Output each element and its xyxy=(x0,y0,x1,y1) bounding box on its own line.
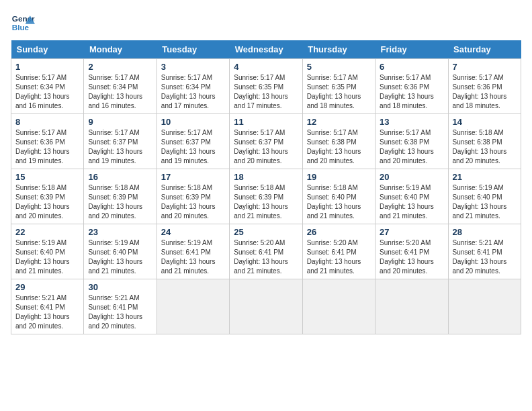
calendar-week-row: 22Sunrise: 5:19 AMSunset: 6:40 PMDayligh… xyxy=(11,224,521,279)
calendar-cell: 7Sunrise: 5:17 AMSunset: 6:36 PMDaylight… xyxy=(448,59,521,114)
cell-details: Sunrise: 5:18 AMSunset: 6:39 PMDaylight:… xyxy=(161,183,225,221)
cell-details: Sunrise: 5:20 AMSunset: 6:41 PMDaylight:… xyxy=(380,238,443,276)
day-number: 6 xyxy=(380,62,443,72)
header: General Blue xyxy=(11,11,521,35)
cell-details: Sunrise: 5:19 AMSunset: 6:40 PMDaylight:… xyxy=(88,238,152,276)
calendar-cell: 28Sunrise: 5:21 AMSunset: 6:41 PMDayligh… xyxy=(448,224,521,279)
header-cell-saturday: Saturday xyxy=(448,40,521,59)
calendar-cell: 13Sunrise: 5:17 AMSunset: 6:38 PMDayligh… xyxy=(375,114,448,169)
calendar-cell: 22Sunrise: 5:19 AMSunset: 6:40 PMDayligh… xyxy=(11,224,84,279)
calendar-cell: 17Sunrise: 5:18 AMSunset: 6:39 PMDayligh… xyxy=(157,169,229,224)
calendar-cell: 2Sunrise: 5:17 AMSunset: 6:34 PMDaylight… xyxy=(84,59,157,114)
cell-details: Sunrise: 5:17 AMSunset: 6:37 PMDaylight:… xyxy=(234,128,298,166)
calendar-cell: 4Sunrise: 5:17 AMSunset: 6:35 PMDaylight… xyxy=(230,59,302,114)
calendar-week-row: 1Sunrise: 5:17 AMSunset: 6:34 PMDaylight… xyxy=(11,59,521,114)
day-number: 20 xyxy=(380,172,443,182)
day-number: 27 xyxy=(380,227,443,237)
day-number: 22 xyxy=(15,227,79,237)
calendar-cell: 26Sunrise: 5:20 AMSunset: 6:41 PMDayligh… xyxy=(302,224,375,279)
calendar-cell xyxy=(302,279,375,334)
cell-details: Sunrise: 5:20 AMSunset: 6:41 PMDaylight:… xyxy=(234,238,298,276)
day-number: 12 xyxy=(307,117,371,127)
calendar-cell: 15Sunrise: 5:18 AMSunset: 6:39 PMDayligh… xyxy=(11,169,84,224)
cell-details: Sunrise: 5:21 AMSunset: 6:41 PMDaylight:… xyxy=(453,238,517,276)
day-number: 1 xyxy=(15,62,79,72)
day-number: 13 xyxy=(380,117,443,127)
day-number: 2 xyxy=(88,62,152,72)
cell-details: Sunrise: 5:17 AMSunset: 6:37 PMDaylight:… xyxy=(88,128,152,166)
day-number: 10 xyxy=(161,117,225,127)
day-number: 19 xyxy=(307,172,371,182)
cell-details: Sunrise: 5:19 AMSunset: 6:41 PMDaylight:… xyxy=(161,238,225,276)
calendar-cell: 1Sunrise: 5:17 AMSunset: 6:34 PMDaylight… xyxy=(11,59,84,114)
day-number: 4 xyxy=(234,62,298,72)
cell-details: Sunrise: 5:18 AMSunset: 6:38 PMDaylight:… xyxy=(453,128,517,166)
calendar-cell: 20Sunrise: 5:19 AMSunset: 6:40 PMDayligh… xyxy=(375,169,448,224)
cell-details: Sunrise: 5:18 AMSunset: 6:39 PMDaylight:… xyxy=(234,183,298,221)
calendar-cell: 29Sunrise: 5:21 AMSunset: 6:41 PMDayligh… xyxy=(11,279,84,334)
header-cell-monday: Monday xyxy=(84,40,157,59)
header-cell-thursday: Thursday xyxy=(302,40,375,59)
calendar-cell: 5Sunrise: 5:17 AMSunset: 6:35 PMDaylight… xyxy=(302,59,375,114)
calendar-cell: 12Sunrise: 5:17 AMSunset: 6:38 PMDayligh… xyxy=(302,114,375,169)
cell-details: Sunrise: 5:17 AMSunset: 6:36 PMDaylight:… xyxy=(15,128,79,166)
cell-details: Sunrise: 5:17 AMSunset: 6:35 PMDaylight:… xyxy=(234,73,298,111)
cell-details: Sunrise: 5:17 AMSunset: 6:34 PMDaylight:… xyxy=(161,73,225,111)
cell-details: Sunrise: 5:17 AMSunset: 6:38 PMDaylight:… xyxy=(380,128,443,166)
cell-details: Sunrise: 5:17 AMSunset: 6:36 PMDaylight:… xyxy=(380,73,443,111)
day-number: 30 xyxy=(88,282,152,292)
cell-details: Sunrise: 5:17 AMSunset: 6:34 PMDaylight:… xyxy=(88,73,152,111)
day-number: 24 xyxy=(161,227,225,237)
calendar-cell xyxy=(375,279,448,334)
calendar-cell: 3Sunrise: 5:17 AMSunset: 6:34 PMDaylight… xyxy=(157,59,229,114)
day-number: 29 xyxy=(15,282,79,292)
calendar-cell: 23Sunrise: 5:19 AMSunset: 6:40 PMDayligh… xyxy=(84,224,157,279)
day-number: 8 xyxy=(15,117,79,127)
cell-details: Sunrise: 5:18 AMSunset: 6:40 PMDaylight:… xyxy=(307,183,371,221)
cell-details: Sunrise: 5:17 AMSunset: 6:36 PMDaylight:… xyxy=(453,73,517,111)
day-number: 18 xyxy=(234,172,298,182)
day-number: 7 xyxy=(453,62,517,72)
day-number: 11 xyxy=(234,117,298,127)
cell-details: Sunrise: 5:17 AMSunset: 6:37 PMDaylight:… xyxy=(161,128,225,166)
day-number: 15 xyxy=(15,172,79,182)
day-number: 9 xyxy=(88,117,152,127)
cell-details: Sunrise: 5:19 AMSunset: 6:40 PMDaylight:… xyxy=(15,238,79,276)
day-number: 26 xyxy=(307,227,371,237)
calendar-cell: 25Sunrise: 5:20 AMSunset: 6:41 PMDayligh… xyxy=(230,224,302,279)
day-number: 17 xyxy=(161,172,225,182)
day-number: 25 xyxy=(234,227,298,237)
calendar-cell xyxy=(157,279,229,334)
header-cell-wednesday: Wednesday xyxy=(230,40,302,59)
calendar-week-row: 15Sunrise: 5:18 AMSunset: 6:39 PMDayligh… xyxy=(11,169,521,224)
day-number: 14 xyxy=(453,117,517,127)
logo: General Blue xyxy=(11,11,35,35)
day-number: 28 xyxy=(453,227,517,237)
calendar-cell: 10Sunrise: 5:17 AMSunset: 6:37 PMDayligh… xyxy=(157,114,229,169)
cell-details: Sunrise: 5:18 AMSunset: 6:39 PMDaylight:… xyxy=(15,183,79,221)
calendar-header-row: SundayMondayTuesdayWednesdayThursdayFrid… xyxy=(11,40,521,59)
calendar-week-row: 8Sunrise: 5:17 AMSunset: 6:36 PMDaylight… xyxy=(11,114,521,169)
cell-details: Sunrise: 5:19 AMSunset: 6:40 PMDaylight:… xyxy=(453,183,517,221)
cell-details: Sunrise: 5:20 AMSunset: 6:41 PMDaylight:… xyxy=(307,238,371,276)
cell-details: Sunrise: 5:17 AMSunset: 6:34 PMDaylight:… xyxy=(15,73,79,111)
day-number: 5 xyxy=(307,62,371,72)
header-cell-sunday: Sunday xyxy=(11,40,84,59)
day-number: 21 xyxy=(453,172,517,182)
cell-details: Sunrise: 5:17 AMSunset: 6:35 PMDaylight:… xyxy=(307,73,371,111)
cell-details: Sunrise: 5:21 AMSunset: 6:41 PMDaylight:… xyxy=(88,293,152,331)
calendar-cell xyxy=(230,279,302,334)
cell-details: Sunrise: 5:21 AMSunset: 6:41 PMDaylight:… xyxy=(15,293,79,331)
logo-icon: General Blue xyxy=(11,11,35,35)
calendar-cell: 11Sunrise: 5:17 AMSunset: 6:37 PMDayligh… xyxy=(230,114,302,169)
calendar-cell: 6Sunrise: 5:17 AMSunset: 6:36 PMDaylight… xyxy=(375,59,448,114)
cell-details: Sunrise: 5:17 AMSunset: 6:38 PMDaylight:… xyxy=(307,128,371,166)
header-cell-friday: Friday xyxy=(375,40,448,59)
calendar-week-row: 29Sunrise: 5:21 AMSunset: 6:41 PMDayligh… xyxy=(11,279,521,334)
calendar-cell: 19Sunrise: 5:18 AMSunset: 6:40 PMDayligh… xyxy=(302,169,375,224)
day-number: 23 xyxy=(88,227,152,237)
cell-details: Sunrise: 5:18 AMSunset: 6:39 PMDaylight:… xyxy=(88,183,152,221)
calendar-cell: 18Sunrise: 5:18 AMSunset: 6:39 PMDayligh… xyxy=(230,169,302,224)
day-number: 16 xyxy=(88,172,152,182)
calendar-cell: 8Sunrise: 5:17 AMSunset: 6:36 PMDaylight… xyxy=(11,114,84,169)
